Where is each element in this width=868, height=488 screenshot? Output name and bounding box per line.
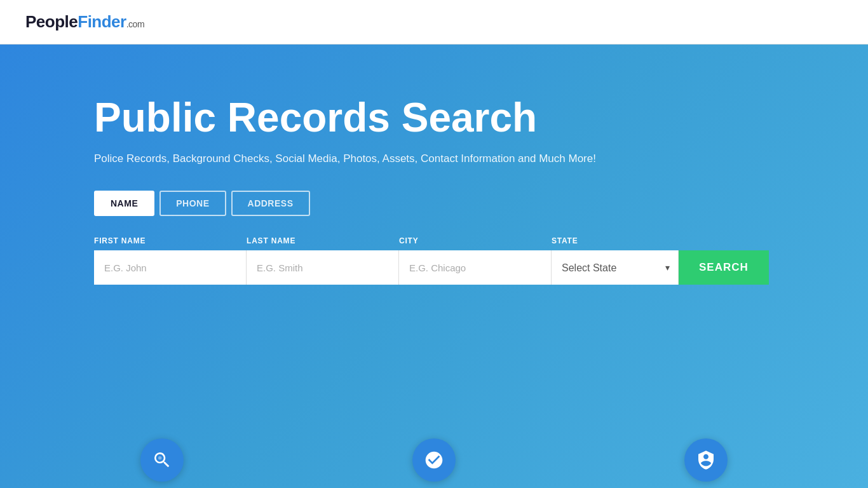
state-select[interactable]: Select State AlabamaAlaskaArizona Arkans… — [552, 250, 679, 285]
thumbsup-icon — [424, 450, 444, 470]
first-name-group: FIRST NAME — [94, 236, 247, 285]
city-input[interactable] — [399, 250, 552, 285]
shield-person-icon — [696, 450, 716, 470]
logo-finder: Finder — [78, 12, 126, 31]
search-circle-icon — [140, 438, 184, 482]
first-name-cell — [94, 250, 247, 285]
search-button[interactable]: SEARCH — [679, 250, 769, 285]
search-tabs: NAME PHONE ADDRESS — [94, 191, 774, 216]
last-name-group: LAST NAME — [247, 236, 399, 285]
hero-section: Public Records Search Police Records, Ba… — [0, 44, 868, 488]
bottom-icons — [0, 438, 868, 488]
search-form: FIRST NAME LAST NAME CITY STATE Select — [94, 236, 774, 285]
page-title: Public Records Search — [94, 95, 774, 140]
logo-people: People — [25, 12, 78, 31]
city-group: CITY — [399, 236, 552, 285]
state-group: STATE Select State AlabamaAlaskaArizona … — [552, 236, 679, 285]
city-cell — [399, 250, 552, 285]
first-name-label: FIRST NAME — [94, 236, 247, 245]
magnify-icon — [152, 450, 172, 470]
state-label: STATE — [552, 236, 679, 245]
shield-circle-icon — [684, 438, 728, 482]
last-name-input[interactable] — [247, 250, 399, 285]
logo: PeopleFinder.com — [25, 12, 144, 32]
search-button-group: SEARCH — [679, 236, 769, 285]
last-name-cell — [247, 250, 399, 285]
last-name-label: LAST NAME — [247, 236, 399, 245]
tab-address[interactable]: ADDRESS — [231, 191, 310, 216]
header: PeopleFinder.com — [0, 0, 868, 44]
logo-com: .com — [126, 19, 144, 29]
tab-phone[interactable]: PHONE — [159, 191, 226, 216]
city-label: CITY — [399, 236, 552, 245]
svg-point-0 — [158, 456, 161, 459]
first-name-input[interactable] — [94, 250, 247, 285]
award-circle-icon — [412, 438, 456, 482]
hero-subtitle: Police Records, Background Checks, Socia… — [94, 152, 774, 165]
state-wrapper: Select State AlabamaAlaskaArizona Arkans… — [552, 250, 679, 285]
tab-name[interactable]: NAME — [94, 191, 154, 216]
